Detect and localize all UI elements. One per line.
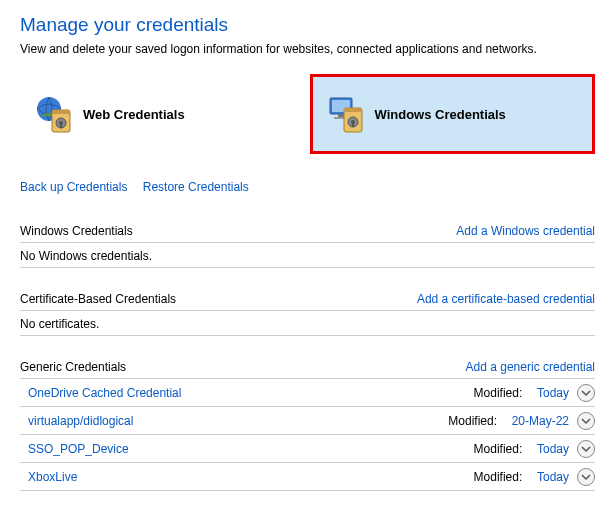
modified-value: Today: [537, 386, 569, 400]
credential-meta: Modified: Today: [474, 384, 595, 402]
modified-label: Modified:: [448, 414, 503, 428]
chevron-down-icon[interactable]: [577, 440, 595, 458]
add-generic-credential-link[interactable]: Add a generic credential: [466, 360, 595, 374]
modified-label: Modified:: [474, 442, 529, 456]
modified-value: Today: [537, 442, 569, 456]
modified-value: Today: [537, 470, 569, 484]
credential-name[interactable]: SSO_POP_Device: [28, 442, 129, 456]
section-title-certificate: Certificate-Based Credentials: [20, 292, 176, 306]
svg-rect-5: [60, 123, 62, 128]
credential-tabs: Web Credentials Windows Credentials: [20, 74, 595, 154]
modified-label: Modified:: [474, 386, 529, 400]
credential-row[interactable]: SSO_POP_DeviceModified: Today: [20, 435, 595, 463]
credential-meta: Modified: 20-May-22: [448, 412, 595, 430]
tab-web-label: Web Credentials: [83, 107, 185, 122]
add-certificate-credential-link[interactable]: Add a certificate-based credential: [417, 292, 595, 306]
credential-row[interactable]: virtualapp/didlogicalModified: 20-May-22: [20, 407, 595, 435]
credential-meta: Modified: Today: [474, 440, 595, 458]
web-credentials-icon: [33, 93, 75, 135]
page-subtitle: View and delete your saved logon informa…: [20, 42, 595, 56]
section-title-generic: Generic Credentials: [20, 360, 126, 374]
tab-windows-label: Windows Credentials: [375, 107, 506, 122]
credential-row[interactable]: XboxLiveModified: Today: [20, 463, 595, 491]
section-header-windows: Windows Credentials Add a Windows creden…: [20, 218, 595, 243]
generic-credential-list: OneDrive Cached CredentialModified: Toda…: [20, 379, 595, 491]
section-header-generic: Generic Credentials Add a generic creden…: [20, 354, 595, 379]
tab-windows-credentials[interactable]: Windows Credentials: [310, 74, 596, 154]
modified-label: Modified:: [474, 470, 529, 484]
credential-row[interactable]: OneDrive Cached CredentialModified: Toda…: [20, 379, 595, 407]
credential-meta: Modified: Today: [474, 468, 595, 486]
svg-rect-14: [352, 122, 354, 127]
backup-credentials-link[interactable]: Back up Credentials: [20, 180, 127, 194]
svg-rect-11: [344, 108, 362, 112]
chevron-down-icon[interactable]: [577, 384, 595, 402]
chevron-down-icon[interactable]: [577, 412, 595, 430]
svg-rect-8: [338, 114, 344, 117]
add-windows-credential-link[interactable]: Add a Windows credential: [456, 224, 595, 238]
tab-web-credentials[interactable]: Web Credentials: [20, 74, 302, 154]
certificate-empty-text: No certificates.: [20, 311, 595, 336]
section-title-windows: Windows Credentials: [20, 224, 133, 238]
modified-value: 20-May-22: [512, 414, 569, 428]
credential-name[interactable]: OneDrive Cached Credential: [28, 386, 181, 400]
chevron-down-icon[interactable]: [577, 468, 595, 486]
credential-name[interactable]: virtualapp/didlogical: [28, 414, 133, 428]
credential-name[interactable]: XboxLive: [28, 470, 77, 484]
windows-empty-text: No Windows credentials.: [20, 243, 595, 268]
credential-links: Back up Credentials Restore Credentials: [20, 180, 595, 194]
section-header-certificate: Certificate-Based Credentials Add a cert…: [20, 286, 595, 311]
restore-credentials-link[interactable]: Restore Credentials: [143, 180, 249, 194]
page-title: Manage your credentials: [20, 14, 595, 36]
windows-credentials-icon: [325, 93, 367, 135]
svg-rect-2: [52, 110, 70, 114]
